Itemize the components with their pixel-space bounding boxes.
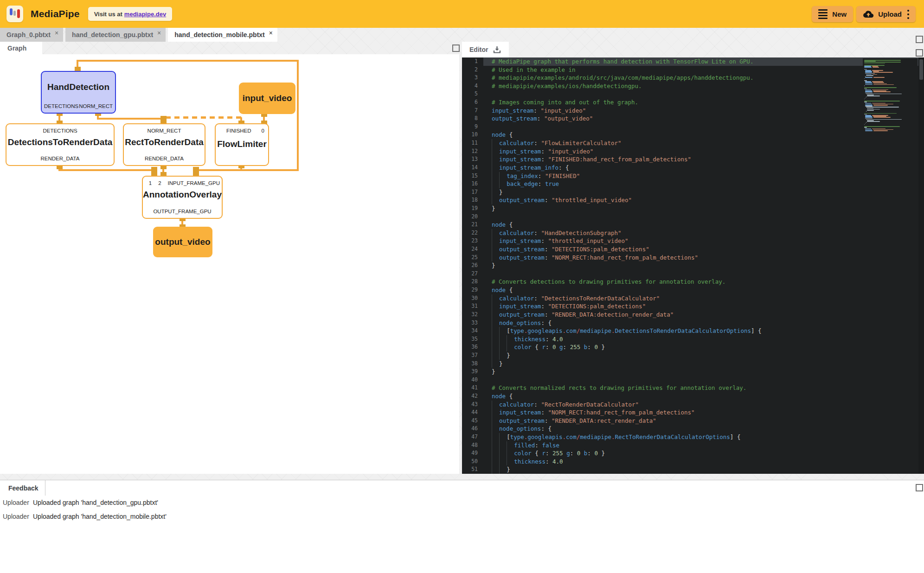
node-title: DetectionsToRenderData [6, 137, 114, 147]
code-line[interactable]: 26} [462, 261, 924, 270]
code-line[interactable]: 14 input_stream_info: { [462, 164, 924, 172]
code-editor[interactable]: 1# MediaPipe graph that performs hand de… [462, 57, 924, 474]
feedback-panel: Feedback Uploader Uploaded graph 'hand_d… [0, 480, 924, 573]
new-button-label: New [832, 10, 847, 18]
code-line[interactable]: 23 input_stream: "throttled_input_video" [462, 237, 924, 245]
code-line[interactable]: 43 calculator: "RectToRenderDataCalculat… [462, 401, 924, 409]
code-line[interactable]: 12 input_stream: "input_video" [462, 147, 924, 156]
port-label: RENDER_DATA [145, 156, 184, 161]
node-title: AnnotationOverlay [143, 190, 222, 200]
code-line[interactable]: 41# Converts normalized rects to drawing… [462, 384, 924, 392]
download-icon[interactable] [493, 45, 501, 54]
line-number: 33 [462, 319, 483, 327]
code-line[interactable]: 44 input_stream: "NORM_RECT:hand_rect_fr… [462, 408, 924, 417]
code-line[interactable]: 45 output_stream: "RENDER_DATA:rect_rend… [462, 417, 924, 425]
code-line[interactable]: 8output_stream: "output_video" [462, 115, 924, 123]
code-line[interactable]: 2# Used in the example in [462, 66, 924, 74]
code-line[interactable]: 7input_stream: "input_video" [462, 107, 924, 115]
code-line[interactable]: 10node { [462, 131, 924, 139]
line-number: 35 [462, 335, 483, 344]
kebab-menu-icon[interactable] [907, 10, 909, 19]
line-number: 19 [462, 204, 483, 213]
code-line[interactable]: 9 [462, 123, 924, 131]
code-line[interactable]: 17 } [462, 188, 924, 197]
code-line[interactable]: 38 } [462, 360, 924, 368]
code-line[interactable]: 20 [462, 213, 924, 221]
upload-button-label: Upload [878, 10, 902, 18]
code-line[interactable]: 27 [462, 270, 924, 278]
code-line[interactable]: 3# mediapipie/examples/android/src/java/… [462, 74, 924, 82]
code-line[interactable]: 29node { [462, 286, 924, 294]
code-line[interactable]: 18 output_stream: "throttled_input_video… [462, 196, 924, 204]
code-line[interactable]: 11 calculator: "FlowLimiterCalculator" [462, 139, 924, 147]
code-line[interactable]: 49 color { r: 255 g: 0 b: 0 } [462, 449, 924, 458]
tab-editor[interactable]: Editor [462, 42, 509, 57]
window-expand-icon[interactable] [916, 36, 923, 43]
minimap[interactable] [863, 58, 918, 474]
code-line[interactable]: 51 } [462, 465, 924, 474]
code-line[interactable]: 42node { [462, 392, 924, 401]
upload-button[interactable]: Upload [856, 6, 916, 22]
line-number: 47 [462, 433, 483, 441]
line-number: 34 [462, 327, 483, 335]
tab-feedback[interactable]: Feedback [0, 480, 45, 496]
line-number: 44 [462, 408, 483, 417]
code-line[interactable]: 31 input_stream: "DETECTIONS:palm_detect… [462, 302, 924, 311]
code-line[interactable]: 21node { [462, 221, 924, 229]
line-number: 30 [462, 294, 483, 303]
line-number: 7 [462, 107, 483, 115]
line-number: 23 [462, 237, 483, 245]
graph-node-recttorenderdata[interactable]: NORM_RECT RectToRenderData RENDER_DATA [123, 123, 205, 166]
scrollbar-thumb[interactable] [919, 59, 923, 80]
graph-back-edge-dashed [166, 116, 243, 119]
editor-expand-icon[interactable] [916, 49, 923, 57]
code-line[interactable]: 1# MediaPipe graph that performs hand de… [462, 57, 924, 66]
new-button[interactable]: New [812, 6, 853, 22]
code-line[interactable]: 35 thickness: 4.0 [462, 335, 924, 344]
code-line[interactable]: 28# Converts detections to drawing primi… [462, 278, 924, 286]
graph-node-handdetection[interactable]: HandDetection DETECTIONS NORM_RECT [41, 71, 116, 114]
line-number: 31 [462, 302, 483, 311]
code-line[interactable]: 48 filled: false [462, 441, 924, 450]
code-line[interactable]: 5 [462, 90, 924, 98]
line-number: 17 [462, 188, 483, 197]
code-line[interactable]: 40 [462, 376, 924, 384]
code-line[interactable]: 30 calculator: "DetectionsToRenderDataCa… [462, 294, 924, 303]
feedback-row: Uploader Uploaded graph 'hand_detection_… [0, 513, 649, 522]
code-line[interactable]: 16 back_edge: true [462, 180, 924, 188]
graph-node-input-video[interactable]: input_video [239, 83, 295, 114]
editor-scrollbar[interactable] [918, 57, 924, 474]
line-number: 40 [462, 376, 483, 384]
code-line[interactable]: 25 output_stream: "NORM_RECT:hand_rect_f… [462, 254, 924, 262]
code-line[interactable]: 6# Images coming into and out of the gra… [462, 98, 924, 107]
code-line[interactable]: 32 output_stream: "RENDER_DATA:detection… [462, 311, 924, 319]
line-number: 6 [462, 98, 483, 107]
graph-node-flowlimiter[interactable]: FINISHED 0 FlowLimiter [215, 123, 269, 166]
line-number: 27 [462, 270, 483, 278]
graph-edge [97, 118, 164, 120]
code-line[interactable]: 37 } [462, 351, 924, 360]
code-line[interactable]: 33 node_options: { [462, 319, 924, 327]
code-line[interactable]: 13 input_stream: "FINISHED:hand_rect_fro… [462, 155, 924, 164]
editor-tab-label: Editor [469, 46, 488, 53]
graph-node-annotationoverlay[interactable]: 1 2 INPUT_FRAME_GPU AnnotationOverlay OU… [142, 176, 223, 219]
code-line[interactable]: 4# mediapipie/examples/ios/handdetection… [462, 82, 924, 90]
graph-node-detectionstorenderdata[interactable]: DETECTIONS DetectionsToRenderData RENDER… [6, 123, 115, 166]
line-number: 49 [462, 449, 483, 458]
graph-node-output-video[interactable]: output_video [153, 227, 212, 257]
code-line[interactable]: 36 color { r: 0 g: 255 b: 0 } [462, 343, 924, 351]
code-line[interactable]: 34 [type.googleapis.com/mediapipe.Detect… [462, 327, 924, 335]
code-line[interactable]: 46 node_options: { [462, 425, 924, 433]
code-line[interactable]: 19} [462, 204, 924, 213]
code-line[interactable]: 39} [462, 368, 924, 376]
code-line[interactable]: 50 thickness: 4.0 [462, 458, 924, 466]
feedback-expand-icon[interactable] [916, 484, 923, 491]
code-line[interactable]: 22 calculator: "HandDetectionSubgraph" [462, 229, 924, 237]
code-line[interactable]: 24 output_stream: "DETECTIONS:palm_detec… [462, 245, 924, 254]
port-label: 2 [158, 180, 161, 186]
graph-canvas[interactable]: HandDetection DETECTIONS NORM_RECT input… [0, 0, 459, 474]
line-number: 25 [462, 254, 483, 262]
code-line[interactable]: 15 tag_index: "FINISHED" [462, 172, 924, 180]
code-line[interactable]: 47 [type.googleapis.com/mediapipe.RectTo… [462, 433, 924, 441]
node-title: FlowLimiter [216, 139, 268, 149]
